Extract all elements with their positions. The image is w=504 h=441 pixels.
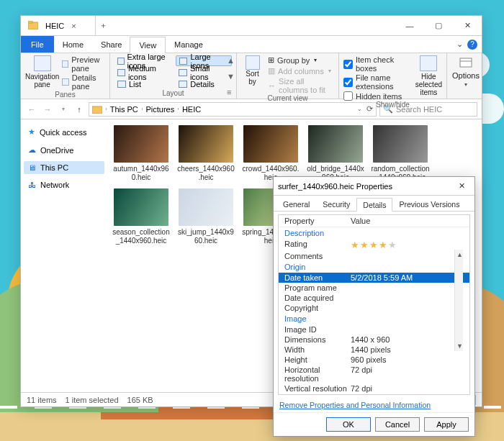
options-label: Options bbox=[452, 71, 480, 80]
property-label: Program name bbox=[284, 283, 351, 292]
nav-forward-button[interactable]: → bbox=[41, 105, 54, 114]
breadcrumb[interactable]: › This PC › Pictures › HEIC ⌄ ⟳ bbox=[89, 102, 377, 117]
close-button[interactable]: ✕ bbox=[453, 16, 482, 36]
minimize-button[interactable]: — bbox=[395, 16, 424, 36]
property-row: Width1440 pixels bbox=[279, 345, 469, 355]
menu-file[interactable]: File bbox=[21, 36, 54, 53]
ribbon-collapse-icon[interactable]: ⌄ bbox=[456, 40, 463, 49]
sidebar-item-label: OneDrive bbox=[40, 146, 73, 155]
file-item[interactable]: ski_jump_1440x960.heic bbox=[176, 188, 235, 245]
large-icon bbox=[179, 58, 187, 65]
status-selected-size: 165 KB bbox=[127, 396, 153, 404]
cancel-button[interactable]: Cancel bbox=[375, 417, 420, 432]
properties-list[interactable]: Description Rating★★★★★ Comments Origin … bbox=[279, 227, 469, 394]
file-thumbnail bbox=[179, 125, 233, 163]
breadcrumb-item[interactable]: HEIC bbox=[182, 105, 201, 114]
ribbon-group-currentview-title: Current view bbox=[241, 94, 334, 104]
details-pane-button[interactable]: Details pane bbox=[62, 73, 105, 91]
nav-back-button[interactable]: ← bbox=[25, 105, 38, 114]
sidebar-item-quick-access[interactable]: ★Quick access bbox=[24, 125, 104, 139]
ok-button[interactable]: OK bbox=[326, 417, 371, 432]
scroll-down-icon[interactable]: ▼ bbox=[227, 72, 235, 81]
options-button[interactable]: Options ▾ bbox=[451, 55, 480, 88]
details-pane-icon bbox=[62, 78, 69, 86]
preview-pane-label: Preview pane bbox=[71, 55, 105, 73]
file-item[interactable]: season_collection_1440x960.heic bbox=[112, 188, 171, 245]
sidebar-item-this-pc[interactable]: 🖥This PC bbox=[24, 161, 104, 174]
tab-general[interactable]: General bbox=[276, 197, 316, 211]
property-label: Height bbox=[284, 355, 351, 364]
property-label: Dimensions bbox=[284, 335, 351, 344]
sidebar-item-network[interactable]: 🖧Network bbox=[24, 178, 104, 191]
property-value bbox=[351, 252, 464, 260]
sidebar-item-onedrive[interactable]: ☁OneDrive bbox=[24, 143, 104, 157]
property-value bbox=[351, 283, 464, 292]
navigation-pane-button[interactable]: Navigation pane bbox=[25, 55, 59, 91]
item-check-toggle[interactable]: Item check boxes bbox=[343, 55, 411, 73]
properties-dialog: surfer_1440x960.heic Properties ✕ Genera… bbox=[273, 176, 475, 437]
help-icon[interactable]: ? bbox=[467, 40, 477, 50]
layout-medium[interactable]: Medium icons bbox=[114, 67, 174, 78]
chevron-down-icon: ▾ bbox=[464, 81, 467, 88]
size-columns-button[interactable]: ↔Size all columns to fit bbox=[268, 77, 334, 94]
preview-pane-button[interactable]: Preview pane bbox=[62, 55, 105, 73]
file-ext-toggle[interactable]: File name extensions bbox=[343, 73, 411, 91]
add-columns-label: Add columns bbox=[278, 67, 324, 76]
apply-button[interactable]: Apply bbox=[424, 417, 469, 432]
close-tab-icon[interactable]: × bbox=[71, 22, 76, 30]
breadcrumb-item[interactable]: Pictures bbox=[145, 105, 174, 114]
scroll-down-icon[interactable]: ▼ bbox=[456, 342, 463, 350]
add-columns-button[interactable]: ▥Add columns▾ bbox=[268, 66, 334, 76]
file-item[interactable]: crowd_1440x960.heic bbox=[241, 125, 300, 181]
menu-home[interactable]: Home bbox=[54, 36, 92, 53]
file-item[interactable]: random_collection_1440x960.heic bbox=[371, 125, 430, 181]
ribbon-group-panes-title: Panes bbox=[25, 91, 105, 100]
scrollbar[interactable]: ▲ ▼ bbox=[454, 250, 463, 351]
hide-icon bbox=[420, 55, 437, 71]
nav-recent-button[interactable]: ▾ bbox=[57, 106, 70, 112]
property-label: Rating bbox=[284, 240, 351, 250]
chevron-down-icon: ▾ bbox=[328, 68, 331, 74]
close-button[interactable]: ✕ bbox=[453, 181, 470, 191]
properties-title-bar[interactable]: surfer_1440x960.heic Properties ✕ bbox=[274, 177, 474, 196]
hide-selected-button[interactable]: Hide selected items bbox=[415, 55, 442, 101]
preview-pane-icon bbox=[62, 60, 68, 68]
monitor-icon: 🖥 bbox=[28, 163, 36, 172]
sort-by-button[interactable]: Sort by bbox=[241, 55, 264, 94]
tab-security[interactable]: Security bbox=[316, 197, 356, 211]
file-name: autumn_1440x960.heic bbox=[112, 165, 171, 181]
scroll-up-icon[interactable]: ▲ bbox=[227, 56, 235, 65]
file-item[interactable]: autumn_1440x960.heic bbox=[112, 125, 171, 181]
nav-up-button[interactable]: ↑ bbox=[73, 105, 86, 114]
menu-manage[interactable]: Manage bbox=[166, 36, 212, 53]
breadcrumb-item[interactable]: This PC bbox=[110, 105, 138, 114]
hidden-items-toggle[interactable]: Hidden items bbox=[343, 91, 411, 101]
file-item[interactable]: cheers_1440x960.heic bbox=[176, 125, 235, 181]
network-icon: 🖧 bbox=[28, 181, 36, 189]
rating-stars[interactable]: ★★★★★ bbox=[351, 240, 464, 250]
sidebar-item-label: Network bbox=[40, 181, 69, 189]
tab-details[interactable]: Details bbox=[356, 198, 392, 212]
scroll-up-icon[interactable]: ▲ bbox=[456, 251, 463, 258]
layout-small[interactable]: Small icons bbox=[176, 67, 232, 78]
group-by-button[interactable]: ⊞Group by▾ bbox=[268, 55, 334, 65]
layout-details[interactable]: Details bbox=[176, 78, 232, 89]
chevron-right-icon: › bbox=[141, 106, 143, 112]
remove-properties-link[interactable]: Remove Properties and Personal Informati… bbox=[274, 398, 474, 412]
column-header-value: Value bbox=[351, 217, 370, 225]
expand-icon[interactable]: ≡ bbox=[227, 88, 235, 96]
navigation-pane-label: Navigation pane bbox=[25, 73, 59, 88]
layout-list[interactable]: List bbox=[114, 78, 174, 89]
menu-share[interactable]: Share bbox=[92, 36, 130, 53]
tab-previous-versions[interactable]: Previous Versions bbox=[392, 197, 466, 211]
folder-icon bbox=[28, 21, 38, 29]
window-tab[interactable]: HEIC × bbox=[21, 16, 96, 35]
file-item[interactable]: old_bridge_1440x960.heic bbox=[306, 125, 365, 181]
file-ext-label: File name extensions bbox=[356, 73, 411, 91]
tab-title: HEIC bbox=[45, 22, 64, 30]
menu-view[interactable]: View bbox=[130, 37, 166, 53]
property-row: Copyright bbox=[279, 303, 469, 313]
new-tab-button[interactable]: ＋ bbox=[96, 20, 112, 31]
property-row-selected[interactable]: Date taken5/2/2018 5:59 AM bbox=[279, 273, 469, 283]
maximize-button[interactable]: ▢ bbox=[424, 16, 453, 36]
